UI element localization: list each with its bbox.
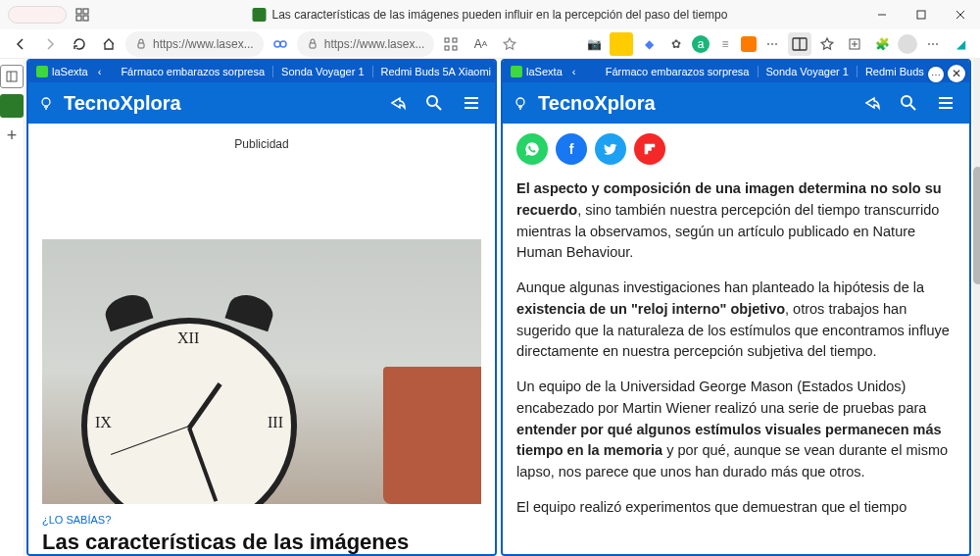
trending-link[interactable]: Sonda Voyager 1 [272,66,364,77]
maximize-button[interactable] [902,0,941,29]
close-pane-button[interactable]: ✕ [948,65,965,82]
split-screen-button[interactable] [788,32,811,56]
favorites-icon[interactable] [815,32,839,56]
trending-link[interactable]: Fármaco embarazos sorpresa [121,66,265,77]
active-tab-icon[interactable] [0,94,24,118]
ext-dots-icon[interactable]: ⋯ [760,32,784,56]
svg-point-23 [42,98,50,106]
strip-prev-icon[interactable]: ‹ [98,66,102,77]
ext-camera-icon[interactable]: 📷 [582,32,606,56]
svg-point-9 [274,41,280,47]
vertical-scrollbar[interactable] [973,59,980,556]
strip-prev-icon[interactable]: ‹ [572,66,586,77]
forward-button[interactable] [37,31,63,57]
trending-link[interactable]: Redmi Buds [857,66,924,77]
svg-rect-5 [917,11,925,19]
trending-strip: laSexta ‹ Fármaco embarazos sorpresa Son… [28,61,495,82]
close-button[interactable] [941,0,980,29]
vertical-tab-rail: + [0,59,24,556]
profile-pill[interactable] [8,6,67,24]
refresh-button[interactable] [67,31,92,57]
apps-icon[interactable] [438,31,464,57]
section-title[interactable]: TecnoXplora [538,92,848,115]
share-icon[interactable] [383,89,411,117]
window-title: Las características de las imágenes pued… [272,8,728,22]
svg-point-26 [427,96,437,106]
svg-point-34 [902,96,911,106]
svg-rect-21 [7,72,17,81]
minimize-button[interactable] [862,0,902,29]
site-favicon [253,8,267,22]
section-title[interactable]: TecnoXplora [64,92,373,115]
svg-rect-3 [83,16,88,21]
home-button[interactable] [96,31,122,57]
favorite-icon[interactable] [497,31,522,57]
share-icon[interactable] [858,89,885,117]
ad-label: Publicidad [42,133,481,239]
address-bar-1[interactable]: https://www.lasex... [125,31,264,57]
window-title-group: Las características de las imágenes pued… [253,8,728,22]
copilot-icon[interactable]: ◢ [949,32,972,56]
svg-rect-15 [453,46,457,50]
search-icon[interactable] [895,89,922,117]
workspaces-icon[interactable] [74,7,90,23]
ext-stack-icon[interactable]: ≡ [713,32,737,56]
svg-point-10 [280,41,286,47]
svg-rect-0 [76,9,81,14]
site-brand[interactable]: laSexta [511,66,563,77]
site-brand[interactable]: laSexta [36,66,88,77]
svg-point-31 [516,98,524,106]
share-buttons: f [516,133,956,165]
svg-rect-11 [310,43,316,48]
search-icon[interactable] [420,89,448,117]
split-pane-right: ⋯ ✕ laSexta ‹ Fármaco embarazos sorpresa… [501,59,971,556]
whatsapp-share-button[interactable] [516,133,548,165]
trending-link[interactable]: Sonda Voyager 1 [758,66,849,77]
facebook-share-button[interactable]: f [556,133,587,165]
scroll-thumb[interactable] [973,167,980,284]
pane-more-icon[interactable]: ⋯ [928,67,944,82]
text-size-icon[interactable]: AA [467,31,493,57]
svg-rect-1 [83,9,88,14]
trending-strip: laSexta ‹ Fármaco embarazos sorpresa Son… [503,61,969,82]
new-tab-button[interactable]: + [0,124,24,147]
ext-settings-icon[interactable]: ✿ [664,32,688,56]
svg-rect-14 [445,46,449,50]
back-button[interactable] [8,31,33,57]
profile-icon[interactable] [898,34,917,54]
brand-logo-icon [36,66,48,77]
article-paragraph: Un equipo de la Universidad George Mason… [516,377,956,483]
window-titlebar: Las características de las imágenes pued… [0,0,980,29]
ext-yellow-icon[interactable] [610,32,633,56]
twitter-share-button[interactable] [595,133,626,165]
collections-icon[interactable] [843,32,866,56]
ext-blue-icon[interactable]: ◆ [637,32,661,56]
ext-orange-icon[interactable] [741,36,757,52]
hamburger-menu-icon[interactable] [932,89,959,117]
ext-amazon-icon[interactable]: a [692,35,710,53]
bulb-icon [38,95,54,111]
article-headline[interactable]: Las características de las imágenes pued… [42,530,481,554]
svg-line-27 [436,105,441,110]
split-pane-left: laSexta ‹ Fármaco embarazos sorpresa Son… [26,59,497,556]
svg-rect-12 [445,38,449,42]
trending-link[interactable]: Fármaco embarazos sorpresa [606,66,750,77]
address-bar-2[interactable]: https://www.lasex... [297,31,435,57]
svg-line-35 [910,105,915,110]
article-paragraph: El equipo realizó experimentos que demue… [516,497,956,519]
link-icon[interactable] [268,31,293,57]
brand-logo-icon [511,66,522,77]
flipboard-share-button[interactable] [634,133,665,165]
tab-toggle-icon[interactable] [0,65,24,88]
hamburger-menu-icon[interactable] [458,89,485,117]
article-hero-image: XII III VI IX [42,239,481,504]
svg-rect-2 [76,16,81,21]
extensions-icon[interactable]: 🧩 [870,32,894,56]
bulb-icon [513,95,528,111]
article-kicker[interactable]: ¿LO SABÍAS? [42,514,481,526]
menu-icon[interactable]: ⋯ [921,32,945,56]
browser-toolbar: https://www.lasex... https://www.lasex..… [0,29,980,59]
trending-link[interactable]: Redmi Buds 5A Xiaomi [372,66,492,77]
url-text-1: https://www.lasex... [153,37,254,51]
svg-rect-13 [453,38,457,42]
